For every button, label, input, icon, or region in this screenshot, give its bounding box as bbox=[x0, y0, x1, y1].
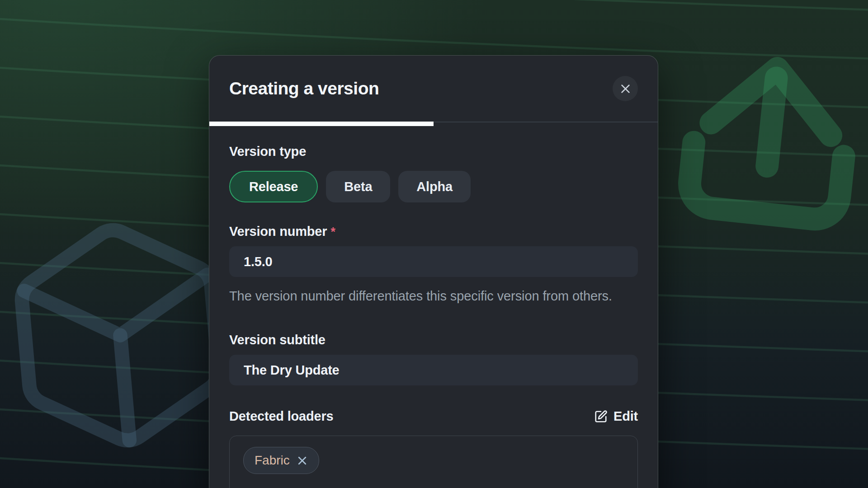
loader-chip-fabric: Fabric bbox=[243, 447, 319, 474]
version-number-label: Version number * bbox=[229, 224, 638, 239]
x-icon bbox=[619, 83, 632, 95]
detected-loaders-header: Detected loaders Edit bbox=[229, 409, 638, 424]
version-number-helper-text: The version number differentiates this s… bbox=[229, 286, 618, 306]
version-type-label: Version type bbox=[229, 144, 638, 159]
version-type-options: Release Beta Alpha bbox=[229, 171, 638, 202]
close-button[interactable] bbox=[613, 76, 638, 101]
step-progress-fill bbox=[209, 122, 434, 126]
required-asterisk: * bbox=[330, 225, 335, 239]
loader-chip-label: Fabric bbox=[255, 453, 290, 468]
step-progress-bar bbox=[209, 122, 658, 126]
detected-loaders-label: Detected loaders bbox=[229, 409, 334, 424]
version-type-release-button[interactable]: Release bbox=[229, 171, 318, 202]
modal-title: Creating a version bbox=[229, 79, 379, 99]
remove-loader-button[interactable] bbox=[297, 455, 308, 466]
modal-header: Creating a version bbox=[209, 56, 658, 122]
version-number-input[interactable] bbox=[229, 246, 638, 277]
edit-label: Edit bbox=[613, 409, 638, 424]
edit-pencil-icon bbox=[594, 410, 608, 423]
x-icon bbox=[297, 455, 308, 466]
detected-loaders-box: Fabric bbox=[229, 436, 638, 488]
version-number-label-text: Version number bbox=[229, 224, 327, 239]
version-type-alpha-button[interactable]: Alpha bbox=[398, 171, 471, 202]
page-background: Creating a version Version type Release … bbox=[0, 0, 868, 488]
modal-body: Version type Release Beta Alpha Version … bbox=[209, 126, 658, 488]
version-subtitle-label: Version subtitle bbox=[229, 333, 638, 347]
version-type-beta-button[interactable]: Beta bbox=[326, 171, 390, 202]
create-version-modal: Creating a version Version type Release … bbox=[209, 55, 658, 488]
version-subtitle-input[interactable] bbox=[229, 355, 638, 385]
upload-arrow-icon bbox=[646, 26, 868, 261]
edit-loaders-button[interactable]: Edit bbox=[594, 409, 638, 424]
